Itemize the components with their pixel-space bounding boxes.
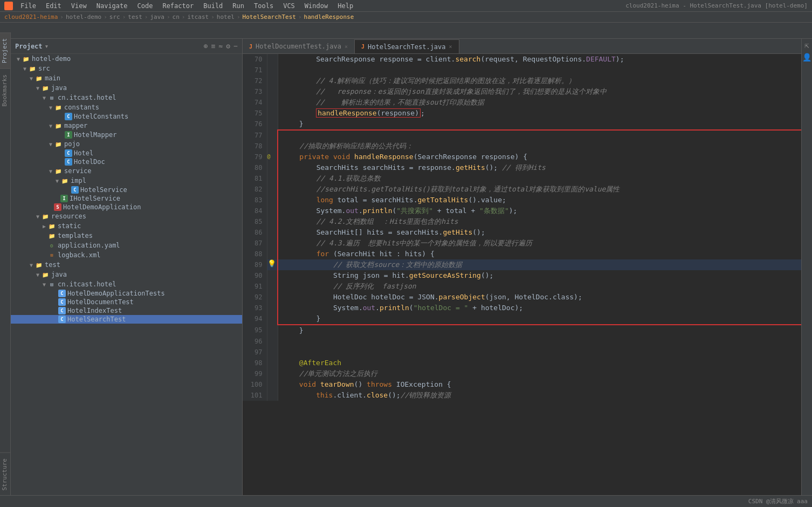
sidebar-icon-1[interactable]: ⊕ xyxy=(204,42,208,50)
sidebar-minus-icon[interactable]: − xyxy=(233,42,238,50)
menu-tools[interactable]: Tools xyxy=(250,1,278,11)
tree-logback-xml[interactable]: ▶ ⊞ logback.xml xyxy=(11,250,242,260)
tree-constants[interactable]: ▼ 📁 constants xyxy=(11,102,242,112)
tree-main[interactable]: ▼ 📁 main xyxy=(11,73,242,83)
code-line-83[interactable]: long total = searchHits.getTotalHits().v… xyxy=(278,195,801,205)
tab-hotelsearchtest[interactable]: J HotelSearchTest.java × xyxy=(355,39,459,53)
project-tab[interactable]: Project xyxy=(0,32,10,68)
tree-hoteldocumenttest[interactable]: ▶ C HotelDocumentTest xyxy=(11,298,242,306)
gutter-72 xyxy=(267,76,278,86)
code-line-101[interactable]: this.client.close();//销毁释放资源 xyxy=(278,390,801,401)
table-row: 94 } xyxy=(243,313,801,325)
tree-ihotelservice[interactable]: ▶ I IHotelService xyxy=(11,194,242,203)
menu-edit[interactable]: Edit xyxy=(42,1,66,11)
tree-hotelconstants[interactable]: ▶ C HotelConstants xyxy=(11,112,242,121)
tree-src[interactable]: ▼ 📁 src xyxy=(11,64,242,73)
tree-impl[interactable]: ▼ 📁 impl xyxy=(11,176,242,186)
code-line-84[interactable]: System.out.println("共搜索到" + total + "条数据… xyxy=(278,205,801,216)
bulb-icon[interactable]: 💡 xyxy=(267,259,276,268)
tree-package[interactable]: ▼ ▤ cn.itcast.hotel xyxy=(11,93,242,102)
code-line-75[interactable]: handleResponse(response); xyxy=(278,108,801,119)
menu-vcs[interactable]: VCS xyxy=(279,1,299,11)
line-number: 80 xyxy=(243,162,267,173)
constants-folder-icon: 📁 xyxy=(54,103,63,112)
breadcrumb-method[interactable]: handleResponse xyxy=(304,13,354,20)
breadcrumb-root[interactable]: cloud2021-heima xyxy=(4,13,58,20)
sidebar-dropdown-icon[interactable]: ▾ xyxy=(45,42,49,50)
breadcrumb-test[interactable]: test xyxy=(128,13,142,20)
breadcrumb-java[interactable]: java xyxy=(150,13,164,20)
right-icon-2[interactable]: 👤 xyxy=(802,53,811,61)
tab-hoteldocumenttest[interactable]: J HotelDocumentTest.java × xyxy=(243,39,355,53)
gutter-71 xyxy=(267,65,278,76)
breadcrumb-itcast[interactable]: itcast xyxy=(187,13,209,20)
tree-hoteldemoapplication[interactable]: ▶ S HotelDemoApplication xyxy=(11,203,242,211)
structure-tab[interactable]: Structure xyxy=(0,453,10,496)
tree-mapper[interactable]: ▼ 📁 mapper xyxy=(11,121,242,131)
tree-hotelmapper[interactable]: ▶ I HotelMapper xyxy=(11,131,242,139)
breadcrumb-hotel-demo[interactable]: hotel-demo xyxy=(66,13,101,20)
tree-test-java[interactable]: ▼ 📁 java xyxy=(11,270,242,279)
tab-hotelsearchtest-close[interactable]: × xyxy=(449,44,452,50)
code-line-80[interactable]: SearchHits searchHits = response.getHits… xyxy=(278,162,801,173)
sidebar-settings-icon[interactable]: ⚙ xyxy=(226,42,230,50)
menu-refactor[interactable]: Refactor xyxy=(158,1,198,11)
menu-window[interactable]: Window xyxy=(300,1,332,11)
code-line-77 xyxy=(278,130,801,141)
tree-hotelsearchtest[interactable]: ▶ C HotelSearchTest xyxy=(11,315,242,324)
code-line-93[interactable]: System.out.println("hotelDoc = " + hotel… xyxy=(278,303,801,313)
line-number: 86 xyxy=(243,227,267,238)
menu-view[interactable]: View xyxy=(67,1,91,11)
tree-hotelindextest[interactable]: ▶ C HotelIndexTest xyxy=(11,306,242,315)
java-file-icon: J xyxy=(249,44,252,50)
src-folder-icon: 📁 xyxy=(28,64,37,73)
tree-hotel[interactable]: ▶ C Hotel xyxy=(11,149,242,157)
code-editor[interactable]: 70 SearchResponse response = client.sear… xyxy=(243,54,801,507)
tree-resources[interactable]: ▼ 📁 resources xyxy=(11,211,242,221)
line-number: 74 xyxy=(243,97,267,108)
tree-test-package[interactable]: ▼ ▤ cn.itcast.hotel xyxy=(11,279,242,289)
tree-hotel-demo[interactable]: ▼ 📁 hotel-demo xyxy=(11,54,242,64)
breadcrumb-hotel[interactable]: hotel xyxy=(217,13,235,20)
menu-navigate[interactable]: Navigate xyxy=(92,1,132,11)
breadcrumb-class[interactable]: HotelSearchTest xyxy=(243,13,296,20)
tree-hoteldoc[interactable]: ▶ C HotelDoc xyxy=(11,157,242,166)
code-line-86[interactable]: SearchHit[] hits = searchHits.getHits(); xyxy=(278,227,801,238)
menu-bar: File Edit View Navigate Code Refactor Bu… xyxy=(0,0,812,12)
tab-hoteldocumenttest-close[interactable]: × xyxy=(345,44,348,50)
sidebar-toolbar: ⊕ ≡ ≈ ⚙ − xyxy=(204,42,238,50)
table-row: 93 System.out.println("hotelDoc = " + ho… xyxy=(243,303,801,313)
code-line-70[interactable]: SearchResponse response = client.search(… xyxy=(278,54,801,65)
menu-build[interactable]: Build xyxy=(199,1,227,11)
right-icon-1[interactable]: ⇱ xyxy=(804,41,809,50)
tree-test[interactable]: ▼ 📁 test xyxy=(11,260,242,270)
code-line-92[interactable]: HotelDoc hotelDoc = JSON.parseObject(jso… xyxy=(278,292,801,303)
line-number: 84 xyxy=(243,205,267,216)
left-vertical-tabs: Project Bookmarks Structure xyxy=(0,32,11,496)
code-line-79[interactable]: private void handleResponse(SearchRespon… xyxy=(278,152,801,162)
tree-hotelservice[interactable]: ▶ C HotelService xyxy=(11,186,242,194)
bookmarks-tab[interactable]: Bookmarks xyxy=(0,68,10,112)
code-line-90[interactable]: String json = hit.getSourceAsString(); xyxy=(278,270,801,281)
tree-hoteldemo-app-tests[interactable]: ▶ C HotelDemoApplicationTests xyxy=(11,289,242,298)
tree-service[interactable]: ▼ 📁 service xyxy=(11,166,242,176)
project-sidebar: Project ▾ ⊕ ≡ ≈ ⚙ − ▼ 📁 hotel-demo ▼ xyxy=(11,39,243,507)
sidebar-icon-2[interactable]: ≡ xyxy=(211,42,216,50)
breadcrumb-cn[interactable]: cn xyxy=(173,13,180,20)
menu-run[interactable]: Run xyxy=(228,1,249,11)
code-line-100[interactable]: void tearDown() throws IOException { xyxy=(278,379,801,390)
tree-static[interactable]: ▶ 📁 static xyxy=(11,221,242,231)
mapper-folder-icon: 📁 xyxy=(54,121,63,130)
menu-code[interactable]: Code xyxy=(133,1,157,11)
menu-file[interactable]: File xyxy=(16,1,40,11)
ihotelservice-interface-icon: I xyxy=(60,195,68,202)
breadcrumb-src[interactable]: src xyxy=(109,13,120,20)
sidebar-icon-3[interactable]: ≈ xyxy=(219,42,223,50)
code-line-88[interactable]: for (SearchHit hit : hits) { xyxy=(278,249,801,259)
tree-java[interactable]: ▼ 📁 java xyxy=(11,83,242,93)
tree-templates[interactable]: ▶ 📁 templates xyxy=(11,231,242,241)
tree-pojo[interactable]: ▼ 📁 pojo xyxy=(11,139,242,149)
tree-application-yaml[interactable]: ▶ ⚙ application.yaml xyxy=(11,241,242,250)
menu-help[interactable]: Help xyxy=(333,1,357,11)
table-row: 85 // 4.2.文档数组 ：Hits里面包含的hits xyxy=(243,216,801,227)
